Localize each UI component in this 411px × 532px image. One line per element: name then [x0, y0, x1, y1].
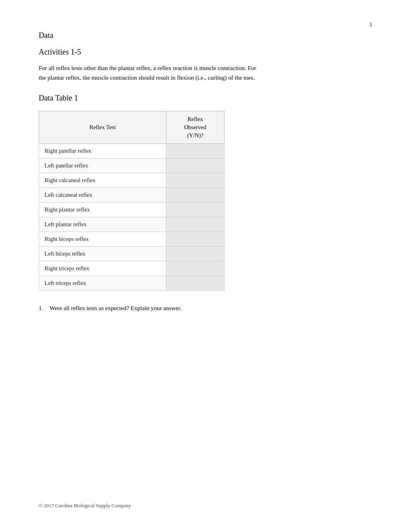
table-row: Left calcaneal reflex — [39, 188, 224, 202]
activities-title: Activities 1-5 — [39, 48, 372, 56]
question-1: 1. Were all reflex tests as expected? Ex… — [39, 305, 372, 312]
table-title: Data Table 1 — [39, 94, 372, 102]
page-number: 1 — [370, 21, 373, 28]
reflex-observed-cell — [166, 188, 224, 202]
table-row: Left triceps reflex — [39, 276, 224, 290]
reflex-observed-cell — [166, 143, 224, 158]
reflex-name-cell: Right plantar reflex — [39, 202, 166, 217]
reflex-observed-cell — [166, 158, 224, 173]
footer: © 2017 Carolina Biological Supply Compan… — [39, 503, 131, 509]
reflex-name-cell: Left triceps reflex — [39, 276, 166, 290]
reflex-observed-cell — [166, 276, 224, 290]
table-row: Right calcaneal reflex — [39, 173, 224, 188]
reflex-observed-cell — [166, 232, 224, 246]
page: 1 Data Activities 1-5 For all reflex tes… — [0, 0, 411, 532]
description: For all reflex tests other than the plan… — [39, 63, 263, 83]
col-header-reflex-test: Reflex Test — [39, 111, 166, 143]
reflex-name-cell: Right calcaneal reflex — [39, 173, 166, 188]
reflex-observed-cell — [166, 261, 224, 276]
reflex-observed-cell — [166, 246, 224, 261]
reflex-name-cell: Left plantar reflex — [39, 217, 166, 232]
reflex-name-cell: Right biceps reflex — [39, 232, 166, 246]
table-row: Right triceps reflex — [39, 261, 224, 276]
table-row: Right patellar reflex — [39, 143, 224, 158]
section-title: Data — [39, 31, 372, 40]
table-row: Right biceps reflex — [39, 232, 224, 246]
reflex-name-cell: Left patellar reflex — [39, 158, 166, 173]
reflex-name-cell: Right patellar reflex — [39, 143, 166, 158]
reflex-observed-cell — [166, 217, 224, 232]
question-text: Were all reflex tests as expected? Expla… — [50, 305, 182, 312]
question-number: 1. — [39, 305, 46, 312]
table-row: Left plantar reflex — [39, 217, 224, 232]
reflex-observed-cell — [166, 173, 224, 188]
reflex-name-cell: Left biceps reflex — [39, 246, 166, 261]
reflex-name-cell: Left calcaneal reflex — [39, 188, 166, 202]
reflex-name-cell: Right triceps reflex — [39, 261, 166, 276]
table-row: Left patellar reflex — [39, 158, 224, 173]
data-table: Reflex Test Reflex Observed (Y/N)? Right… — [39, 111, 224, 291]
table-row: Right plantar reflex — [39, 202, 224, 217]
table-row: Left biceps reflex — [39, 246, 224, 261]
reflex-observed-cell — [166, 202, 224, 217]
col-header-reflex-observed: Reflex Observed (Y/N)? — [166, 111, 224, 143]
